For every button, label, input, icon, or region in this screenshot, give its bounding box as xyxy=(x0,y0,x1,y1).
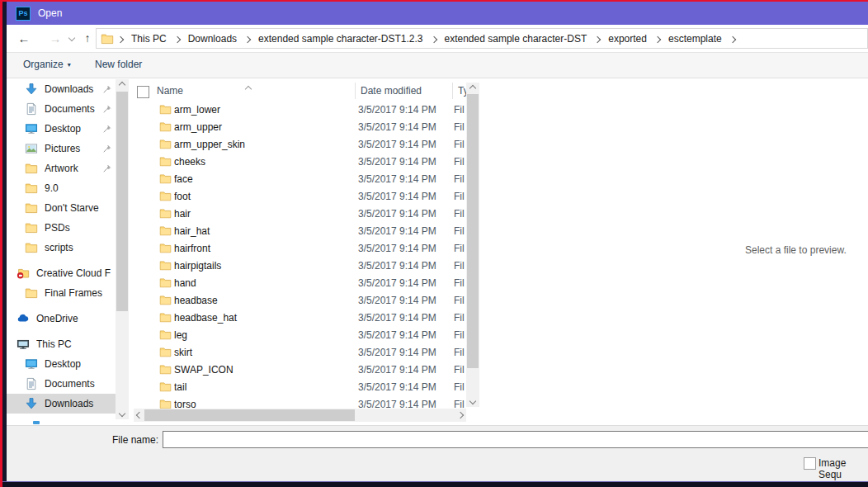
folder-icon xyxy=(159,207,172,220)
file-row[interactable]: torso3/5/2017 9:14 PMFil xyxy=(134,395,466,409)
back-button[interactable]: ← xyxy=(15,25,33,51)
navigation-pane: DownloadsDocumentsDesktopPicturesArtwork… xyxy=(7,79,116,414)
breadcrumb-separator-icon[interactable] xyxy=(175,33,180,45)
sidebar-item-downloads[interactable]: Downloads xyxy=(7,79,116,99)
window-edge xyxy=(2,2,7,482)
file-row[interactable]: foot3/5/2017 9:14 PMFil xyxy=(134,187,466,205)
file-type: Fil xyxy=(454,208,466,220)
file-row[interactable]: hair3/5/2017 9:14 PMFil xyxy=(134,205,466,222)
file-row[interactable]: hairpigtails3/5/2017 9:14 PMFil xyxy=(134,257,466,274)
sidebar-item-pictures[interactable]: Pictures xyxy=(7,139,116,158)
column-name[interactable]: Name xyxy=(157,85,183,97)
file-date-modified: 3/5/2017 9:14 PM xyxy=(358,243,454,254)
file-row[interactable]: hand3/5/2017 9:14 PMFil xyxy=(134,274,466,291)
breadcrumb-separator-icon[interactable] xyxy=(595,33,600,45)
screenshot-border-top xyxy=(0,0,868,2)
breadcrumb-item[interactable]: extended sample character-DST xyxy=(441,31,592,47)
sidebar-item-scripts[interactable]: scripts xyxy=(7,238,116,258)
sidebar-item-don-t-starve[interactable]: Don't Starve xyxy=(7,198,116,218)
sidebar-item-label: Creative Cloud F xyxy=(36,267,116,279)
file-row[interactable]: arm_upper_skin3/5/2017 9:14 PMFil xyxy=(134,135,466,153)
sort-ascending-icon xyxy=(246,83,251,94)
file-row[interactable]: face3/5/2017 9:14 PMFil xyxy=(134,170,466,187)
file-row[interactable]: cheeks3/5/2017 9:14 PMFil xyxy=(134,153,466,170)
file-type: Fil xyxy=(454,295,466,306)
scrollbar-right-button[interactable] xyxy=(455,409,466,422)
sidebar-item-documents[interactable]: Documents xyxy=(7,374,116,394)
file-date-modified: 3/5/2017 9:14 PM xyxy=(358,364,454,376)
up-button[interactable]: ↑ xyxy=(79,25,96,51)
scrollbar-thumb[interactable] xyxy=(144,409,355,421)
address-bar[interactable]: This PCDownloadsextended sample characte… xyxy=(96,28,868,49)
sidebar-scrollbar[interactable] xyxy=(116,79,129,419)
file-row[interactable]: headbase_hat3/5/2017 9:14 PMFil xyxy=(134,309,466,326)
column-divider[interactable] xyxy=(355,83,356,99)
folder-icon xyxy=(159,363,172,376)
scrollbar-down-button[interactable] xyxy=(466,395,479,407)
new-folder-button[interactable]: New folder xyxy=(95,59,142,70)
breadcrumb-item[interactable]: This PC xyxy=(127,31,171,47)
file-row[interactable]: tail3/5/2017 9:14 PMFil xyxy=(134,378,466,395)
file-row[interactable]: leg3/5/2017 9:14 PMFil xyxy=(134,326,466,343)
folder-icon xyxy=(159,311,172,324)
column-date-modified[interactable]: Date modified xyxy=(361,85,422,97)
sidebar-item-downloads[interactable]: Downloads xyxy=(7,394,116,414)
sidebar-item-label: Artwork xyxy=(45,163,101,174)
image-sequence-label: Image Sequ xyxy=(818,457,868,480)
sidebar-item-onedrive[interactable]: OneDrive xyxy=(7,309,116,329)
file-row[interactable]: hair_hat3/5/2017 9:14 PMFil xyxy=(134,222,466,239)
file-row[interactable]: SWAP_ICON3/5/2017 9:14 PMFil xyxy=(134,361,466,378)
sidebar-item-final-frames[interactable]: Final Frames xyxy=(7,283,116,303)
title-bar[interactable]: Ps Open xyxy=(7,2,868,25)
file-name: hairfront xyxy=(174,243,358,254)
file-row[interactable]: arm_upper3/5/2017 9:14 PMFil xyxy=(134,118,466,135)
breadcrumb-separator-icon[interactable] xyxy=(245,33,250,45)
scrollbar-thumb[interactable] xyxy=(467,94,479,368)
breadcrumb-separator-icon[interactable] xyxy=(432,33,436,45)
sidebar-item-documents[interactable]: Documents xyxy=(7,99,116,119)
sidebar-item-this-pc[interactable]: This PC xyxy=(7,334,116,354)
file-row[interactable]: headbase3/5/2017 9:14 PMFil xyxy=(134,291,466,309)
file-type: Fil xyxy=(454,399,466,409)
sidebar-item-creative-cloud-f[interactable]: Creative Cloud F xyxy=(7,263,116,283)
sidebar-item-artwork[interactable]: Artwork xyxy=(7,158,116,178)
organize-button[interactable]: Organize▾ xyxy=(23,59,71,70)
file-name-input[interactable] xyxy=(163,431,868,448)
file-type: Fil xyxy=(454,277,466,289)
list-vertical-scrollbar[interactable] xyxy=(466,83,479,407)
folder-icon xyxy=(159,190,172,202)
sidebar-item-desktop[interactable]: Desktop xyxy=(7,119,116,139)
select-all-checkbox[interactable] xyxy=(137,86,149,98)
sidebar-item-desktop[interactable]: Desktop xyxy=(7,354,116,374)
file-date-modified: 3/5/2017 9:14 PM xyxy=(358,347,454,358)
forward-button[interactable]: → xyxy=(46,25,64,51)
breadcrumb-item[interactable]: exported xyxy=(604,31,651,47)
scrollbar-down-button[interactable] xyxy=(116,408,129,419)
breadcrumb-separator-icon[interactable] xyxy=(730,33,735,45)
sidebar-item-psds[interactable]: PSDs xyxy=(7,218,116,238)
file-date-modified: 3/5/2017 9:14 PM xyxy=(358,156,454,168)
folder-icon xyxy=(25,241,38,254)
breadcrumb-item[interactable]: Downloads xyxy=(184,31,241,47)
pin-icon xyxy=(101,124,112,135)
breadcrumb-item[interactable]: extended sample character-DST1.2.3 xyxy=(254,31,427,47)
column-divider[interactable] xyxy=(452,83,453,99)
list-horizontal-scrollbar[interactable] xyxy=(134,409,466,422)
scrollbar-up-button[interactable] xyxy=(466,83,479,94)
file-row[interactable]: hairfront3/5/2017 9:14 PMFil xyxy=(134,239,466,257)
scrollbar-up-button[interactable] xyxy=(116,79,129,91)
file-date-modified: 3/5/2017 9:14 PM xyxy=(358,399,454,409)
sidebar-item-9-0[interactable]: 9.0 xyxy=(7,178,116,198)
breadcrumb-separator-icon[interactable] xyxy=(118,33,123,45)
downloads-icon xyxy=(25,83,38,96)
file-type: Fil xyxy=(454,364,466,376)
breadcrumb-item[interactable]: esctemplate xyxy=(664,31,726,47)
breadcrumb-separator-icon[interactable] xyxy=(655,33,660,45)
scrollbar-thumb[interactable] xyxy=(116,92,128,311)
file-row[interactable]: arm_lower3/5/2017 9:14 PMFil xyxy=(134,101,466,118)
file-name: face xyxy=(174,173,358,185)
scrollbar-left-button[interactable] xyxy=(134,409,145,422)
file-row[interactable]: skirt3/5/2017 9:14 PMFil xyxy=(134,343,466,361)
recent-locations-dropdown[interactable] xyxy=(66,25,78,51)
image-sequence-checkbox[interactable] xyxy=(804,457,816,470)
